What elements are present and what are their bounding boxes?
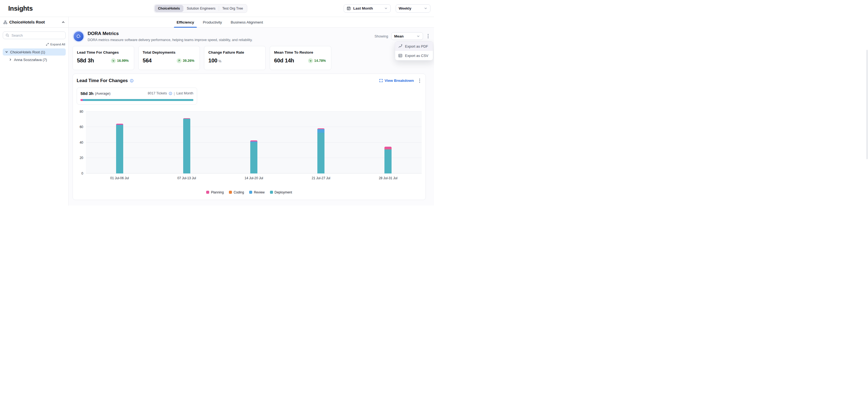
metric-trend: 39.26% bbox=[177, 58, 195, 63]
bar-segment-review bbox=[317, 129, 324, 133]
expand-diagonal-icon bbox=[46, 43, 49, 46]
metric-title: Change Failure Rate bbox=[208, 50, 261, 55]
y-tick-label: 40 bbox=[80, 141, 83, 144]
trend-down-icon bbox=[308, 58, 313, 63]
tree-item-label: Anna Scozzafava (7) bbox=[14, 58, 47, 62]
chart-kebab-menu-button[interactable] bbox=[417, 77, 422, 84]
view-breakdown-button[interactable]: View Breakdown bbox=[379, 78, 414, 83]
phase-progress-bar bbox=[81, 99, 193, 101]
expand-corners-icon bbox=[379, 79, 383, 82]
sidebar-title: ChoiceHotels Root bbox=[9, 20, 45, 24]
trend-percent: 14.78% bbox=[314, 59, 326, 63]
tickets-count: 8017 Tickets bbox=[148, 92, 167, 95]
export-menu-item-label: Export as CSV bbox=[405, 54, 428, 58]
dora-kebab-menu-button[interactable] bbox=[426, 33, 430, 39]
info-icon[interactable] bbox=[130, 79, 134, 83]
stacked-bar-chart: 020406080 bbox=[77, 112, 422, 173]
metric-title: Lead Time For Changes bbox=[77, 50, 130, 55]
iteration-loop-icon bbox=[74, 31, 84, 41]
bar-21-jul-27-jul[interactable] bbox=[317, 128, 324, 173]
bar-07-jul-13-jul[interactable] bbox=[183, 118, 190, 173]
card-mean-time-to-restore: Mean Time To Restore 60d 14h 14.78% bbox=[270, 46, 331, 70]
chart-header: Lead Time For Changes View Breakdown bbox=[77, 77, 422, 84]
plot-area bbox=[86, 112, 422, 173]
search-icon bbox=[5, 33, 9, 37]
sidebar-body: Expand All ChoiceHotels Root (1) Anna Sc… bbox=[0, 28, 68, 67]
info-icon[interactable] bbox=[169, 92, 172, 95]
bar-segment-deployment bbox=[250, 143, 257, 173]
chevron-down-icon bbox=[384, 7, 388, 10]
granularity-dropdown[interactable]: Weekly bbox=[396, 4, 430, 12]
legend-item-review[interactable]: Review bbox=[249, 191, 265, 194]
search-input[interactable] bbox=[11, 33, 63, 37]
y-tick-label: 0 bbox=[81, 172, 83, 175]
tree-item-choicehotels-root[interactable]: ChoiceHotels Root (1) bbox=[3, 48, 66, 56]
tab-business-alignment[interactable]: Business Alignment bbox=[230, 17, 264, 27]
chevron-down-icon bbox=[424, 7, 427, 10]
calendar-icon bbox=[347, 6, 351, 10]
org-tab-choicehotels[interactable]: ChoiceHotels bbox=[155, 5, 183, 12]
chart-legend: PlanningCodingReviewDeployment bbox=[77, 191, 422, 196]
tree-item-anna-scozzafava[interactable]: Anna Scozzafava (7) bbox=[7, 56, 66, 63]
legend-item-deployment[interactable]: Deployment bbox=[270, 191, 292, 194]
org-tree-switcher: ChoiceHotels Solution Engineers Test Org… bbox=[154, 4, 247, 13]
bar-segment-deployment bbox=[384, 150, 392, 173]
sidebar: ChoiceHotels Root Expand All bbox=[0, 17, 69, 205]
export-menu-item-label: Export as PDF bbox=[405, 44, 428, 48]
legend-item-planning[interactable]: Planning bbox=[206, 191, 224, 194]
collapse-sidebar-button[interactable] bbox=[61, 20, 65, 24]
bar-segment-deployment bbox=[183, 119, 190, 173]
y-tick-label: 80 bbox=[80, 110, 83, 113]
card-change-failure-rate: Change Failure Rate 100 % bbox=[204, 46, 266, 70]
tab-productivity[interactable]: Productivity bbox=[203, 17, 223, 27]
chevron-down-icon bbox=[5, 50, 8, 54]
expand-all-label: Expand All bbox=[51, 43, 65, 46]
export-menu-item-export-as-csv[interactable]: Export as CSV bbox=[395, 51, 433, 60]
page-title: Insights bbox=[8, 5, 33, 12]
dora-title: DORA Metrics bbox=[88, 31, 253, 36]
chart-line-icon bbox=[398, 44, 403, 48]
content-area: DORA Metrics DORA metrics measure softwa… bbox=[69, 28, 434, 205]
bar-01-jul-06-jul[interactable] bbox=[116, 124, 123, 173]
lead-time-chart-card: Lead Time For Changes View Breakdown bbox=[72, 74, 426, 200]
export-menu: Export as PDFExport as CSV bbox=[395, 41, 433, 61]
y-tick-label: 60 bbox=[80, 125, 83, 129]
legend-label: Planning bbox=[211, 191, 224, 194]
tickets-summary: 8017 Tickets | Last Month bbox=[148, 92, 193, 96]
view-breakdown-label: View Breakdown bbox=[384, 78, 414, 83]
dora-controls: Showing Mean bbox=[375, 32, 430, 40]
progress-segment-planning bbox=[81, 99, 83, 101]
period-dropdown[interactable]: Last Month bbox=[344, 4, 391, 12]
bar-28-jul-31-jul[interactable] bbox=[384, 147, 392, 173]
x-tick-label: 14 Jul-20 Jul bbox=[220, 176, 287, 180]
org-tab-test-org-tree[interactable]: Test Org Tree bbox=[219, 5, 246, 12]
legend-color-chip bbox=[249, 191, 252, 194]
chevron-down-icon bbox=[416, 34, 420, 38]
org-tab-solution-engineers[interactable]: Solution Engineers bbox=[183, 5, 219, 12]
card-total-deployments: Total Deployments 564 39.26% bbox=[138, 46, 200, 70]
metric-value: 564 bbox=[143, 58, 152, 64]
expand-all-button[interactable]: Expand All bbox=[3, 43, 66, 46]
legend-item-coding[interactable]: Coding bbox=[229, 191, 244, 194]
showing-label: Showing bbox=[375, 34, 388, 38]
average-value: 58d 3h bbox=[81, 91, 94, 96]
trend-percent: 39.26% bbox=[183, 59, 194, 63]
export-menu-item-export-as-pdf[interactable]: Export as PDF bbox=[395, 42, 433, 51]
main-panel: Efficiency Productivity Business Alignme… bbox=[69, 17, 434, 205]
chevron-right-icon bbox=[9, 58, 12, 61]
topbar-controls: Last Month Weekly bbox=[344, 4, 430, 12]
chart-header-controls: View Breakdown bbox=[379, 77, 422, 84]
metric-value: 58d 3h bbox=[77, 58, 94, 64]
granularity-dropdown-value: Weekly bbox=[399, 6, 411, 10]
bar-14-jul-20-jul[interactable] bbox=[250, 140, 257, 173]
gridline-60 bbox=[86, 127, 422, 127]
tab-efficiency[interactable]: Efficiency bbox=[176, 17, 195, 27]
sidebar-search[interactable] bbox=[3, 31, 66, 39]
metric-title: Mean Time To Restore bbox=[274, 50, 327, 55]
bar-segment-planning bbox=[384, 147, 392, 149]
dora-header: DORA Metrics DORA metrics measure softwa… bbox=[72, 30, 430, 42]
legend-color-chip bbox=[206, 191, 209, 194]
aggregation-dropdown[interactable]: Mean bbox=[391, 32, 423, 40]
metric-value: 60d 14h bbox=[274, 58, 294, 64]
period-dropdown-value: Last Month bbox=[353, 6, 373, 10]
